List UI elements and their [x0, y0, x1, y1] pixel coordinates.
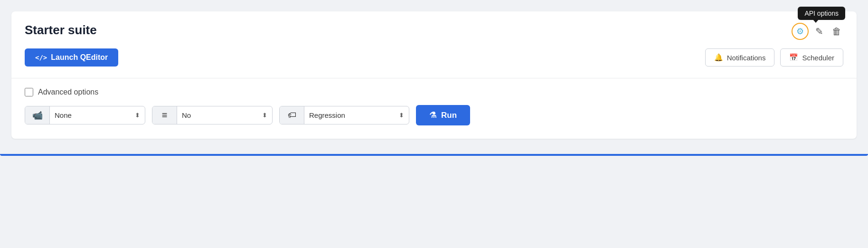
header-actions: ⚙ ✎ 🗑 — [792, 23, 843, 40]
scheduler-button[interactable]: 📅 Scheduler — [780, 48, 843, 67]
calendar-icon: 📅 — [789, 53, 798, 62]
parallel-select-wrapper: No Yes ⬍ — [177, 106, 272, 124]
edit-icon: ✎ — [815, 26, 823, 37]
bottom-bar — [0, 154, 868, 156]
bell-icon: 🔔 — [714, 53, 723, 62]
tag-select-group: 🏷 Regression Smoke Sanity Full ⬍ — [279, 106, 409, 124]
parallel-select[interactable]: No Yes — [177, 106, 234, 124]
launch-qeditor-label: Launch QEditor — [51, 53, 108, 62]
gear-icon: ⚙ — [796, 26, 804, 37]
delete-button[interactable]: 🗑 — [830, 24, 843, 39]
advanced-options-checkbox[interactable] — [25, 88, 33, 96]
tag-select-arrow: ⬍ — [399, 112, 404, 119]
api-options-tooltip: API options — [798, 7, 845, 20]
parallel-select-arrow: ⬍ — [262, 112, 267, 119]
divider — [11, 78, 857, 78]
video-select-group: 📹 None Record On Failure ⬍ — [25, 106, 145, 124]
scheduler-label: Scheduler — [802, 54, 834, 62]
parallel-icon: ≡ — [152, 106, 177, 124]
tag-icon: 🏷 — [280, 106, 304, 124]
video-icon: 📹 — [25, 106, 50, 124]
suite-title: Starter suite — [25, 23, 97, 38]
advanced-options-row: Advanced options — [25, 88, 843, 96]
advanced-options-label[interactable]: Advanced options — [38, 88, 98, 96]
notifications-button[interactable]: 🔔 Notifications — [705, 48, 775, 67]
launch-qeditor-button[interactable]: </> Launch QEditor — [25, 48, 118, 67]
video-select[interactable]: None Record On Failure — [50, 106, 107, 124]
flask-icon: ⚗ — [429, 110, 436, 120]
tag-select[interactable]: Regression Smoke Sanity Full — [304, 106, 361, 124]
video-select-wrapper: None Record On Failure ⬍ — [50, 106, 145, 124]
run-label: Run — [441, 111, 457, 120]
controls-row: 📹 None Record On Failure ⬍ ≡ No Yes — [25, 105, 843, 125]
main-card: API options Starter suite ⚙ ✎ 🗑 </> Laun… — [11, 11, 857, 139]
code-icon: </> — [35, 54, 47, 61]
notifications-label: Notifications — [727, 54, 766, 62]
api-options-button[interactable]: ⚙ — [792, 23, 809, 40]
video-select-arrow: ⬍ — [135, 112, 140, 119]
header-row: Starter suite ⚙ ✎ 🗑 — [25, 23, 843, 40]
trash-icon: 🗑 — [832, 26, 841, 37]
right-buttons: 🔔 Notifications 📅 Scheduler — [705, 48, 843, 67]
parallel-select-group: ≡ No Yes ⬍ — [152, 106, 273, 124]
run-button[interactable]: ⚗ Run — [416, 105, 470, 125]
edit-button[interactable]: ✎ — [813, 24, 825, 39]
tag-select-wrapper: Regression Smoke Sanity Full ⬍ — [304, 106, 409, 124]
actions-row: </> Launch QEditor 🔔 Notifications 📅 Sch… — [25, 48, 843, 67]
